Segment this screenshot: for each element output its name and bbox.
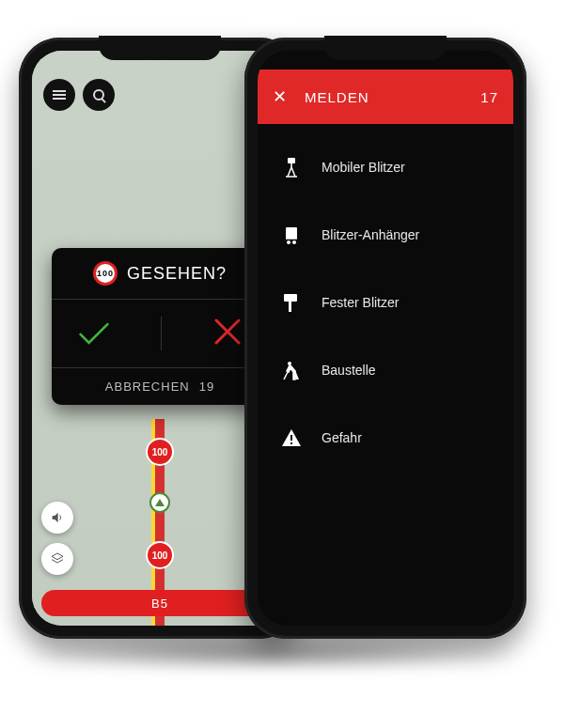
speed-pin[interactable]: 100 [146, 541, 174, 569]
panel-header: 100 GESEHEN? [52, 248, 268, 300]
reject-button[interactable] [212, 317, 243, 350]
road-label-text: B5 [151, 596, 168, 611]
construction-icon [278, 357, 305, 383]
menu-label: Mobiler Blitzer [322, 160, 405, 175]
menu-label: Gefahr [322, 430, 362, 445]
fixed-camera-icon [278, 289, 305, 316]
road-label-bar[interactable]: B5 [41, 590, 278, 616]
speed-pin[interactable]: 100 [146, 438, 174, 466]
speed-limit-icon: 100 [93, 261, 118, 286]
svg-point-3 [292, 240, 296, 244]
layers-icon [50, 551, 65, 566]
countdown-value: 17 [480, 89, 498, 105]
divider [161, 317, 162, 350]
report-header: ✕ MELDEN 17 [258, 70, 513, 124]
search-icon [93, 89, 104, 101]
menu-item-danger[interactable]: Gefahr [258, 404, 513, 472]
confirm-panel: 100 GESEHEN? ABBRECHEN 19 [52, 248, 268, 405]
layers-button[interactable] [41, 543, 73, 575]
search-button[interactable] [83, 79, 115, 111]
svg-rect-8 [290, 442, 292, 444]
svg-rect-0 [288, 158, 295, 163]
svg-rect-4 [284, 294, 297, 302]
trailer-icon [278, 222, 305, 248]
phone-right: ✕ MELDEN 17 Mobiler Blitzer [244, 38, 526, 639]
x-icon [212, 317, 243, 347]
hamburger-icon [53, 90, 66, 100]
cancel-label: ABBRECHEN [105, 379, 190, 394]
sound-button[interactable] [41, 502, 73, 534]
tripod-camera-icon [278, 154, 305, 180]
close-button[interactable]: ✕ [273, 86, 288, 107]
report-title: MELDEN [305, 89, 480, 105]
confirm-button[interactable] [77, 320, 111, 347]
menu-item-construction[interactable]: Baustelle [258, 336, 513, 404]
menu-item-mobile[interactable]: Mobiler Blitzer [258, 133, 513, 201]
warning-icon [278, 425, 305, 451]
menu-label: Fester Blitzer [322, 295, 399, 310]
svg-rect-1 [286, 227, 297, 239]
svg-rect-5 [289, 302, 291, 312]
svg-rect-7 [290, 435, 292, 441]
menu-label: Blitzer-Anhänger [322, 227, 419, 242]
report-menu: Mobiler Blitzer Blitzer-Anhänger [258, 124, 513, 481]
cancel-button[interactable]: ABBRECHEN 19 [52, 368, 268, 405]
menu-label: Baustelle [322, 363, 376, 378]
check-icon [77, 320, 111, 347]
countdown-value: 19 [199, 379, 214, 394]
location-arrow-icon [149, 492, 170, 513]
speaker-icon [50, 510, 65, 525]
screen-report: ✕ MELDEN 17 Mobiler Blitzer [258, 51, 513, 626]
menu-item-trailer[interactable]: Blitzer-Anhänger [258, 201, 513, 269]
svg-point-2 [287, 240, 290, 244]
panel-title: GESEHEN? [127, 264, 227, 284]
menu-button[interactable] [43, 79, 75, 111]
menu-item-fixed[interactable]: Fester Blitzer [258, 269, 513, 336]
